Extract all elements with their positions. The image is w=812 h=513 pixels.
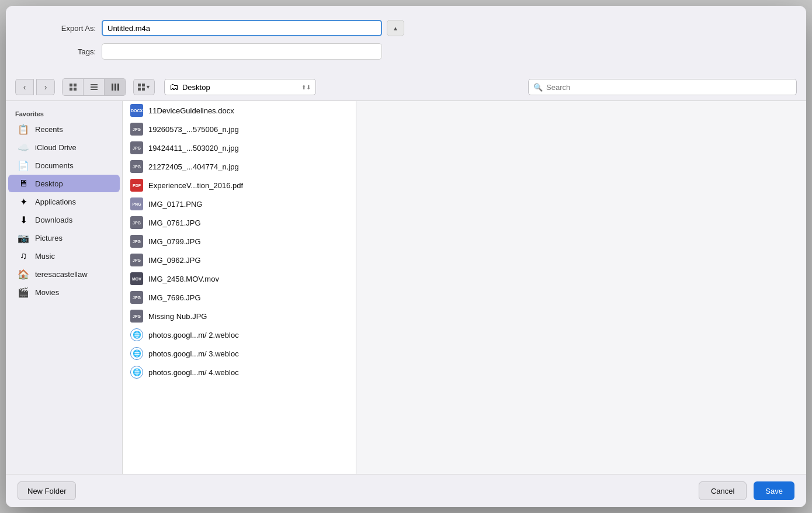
sidebar-items: 📋Recents☁️iCloud Drive📄Documents🖥Desktop… — [6, 120, 122, 301]
view-list-button[interactable] — [84, 79, 105, 95]
file-thumb: JPG — [130, 122, 144, 136]
file-name: 19260573_...575006_n.jpg — [148, 125, 239, 134]
export-as-row: Export As: ▲ — [20, 20, 792, 36]
file-name: photos.googl...m/ 4.webloc — [148, 368, 239, 377]
export-as-input[interactable] — [102, 20, 382, 36]
collapse-button[interactable]: ▲ — [387, 20, 404, 36]
cancel-button[interactable]: Cancel — [699, 481, 747, 500]
location-dropdown[interactable]: 🗂 Desktop ⬆⬇ — [164, 79, 316, 95]
desktop-icon: 🖥 — [18, 178, 29, 189]
sidebar-item-label-music: Music — [35, 252, 55, 261]
file-name: Missing Nub.JPG — [148, 312, 207, 321]
file-item[interactable]: JPGIMG_0962.JPG — [123, 251, 356, 269]
pictures-icon: 📷 — [18, 232, 29, 244]
file-item[interactable]: JPG19424411_...503020_n.jpg — [123, 138, 356, 157]
file-thumb: 🌐 — [130, 346, 144, 361]
file-name: 21272405_...404774_n.jpg — [148, 162, 239, 171]
sidebar-item-documents[interactable]: 📄Documents — [8, 157, 120, 174]
tags-label: Tags: — [20, 47, 96, 56]
file-item[interactable]: 🌐photos.googl...m/ 2.webloc — [123, 325, 356, 344]
forward-button[interactable]: › — [36, 79, 55, 95]
bottom-bar: New Folder Cancel Save — [6, 474, 806, 507]
file-thumb: 🌐 — [130, 365, 144, 379]
sidebar: Favorites 📋Recents☁️iCloud Drive📄Documen… — [6, 101, 123, 474]
file-item[interactable]: JPGIMG_7696.JPG — [123, 288, 356, 307]
file-item[interactable]: PDFExperienceV...tion_2016.pdf — [123, 176, 356, 195]
file-item[interactable]: PNGIMG_0171.PNG — [123, 195, 356, 213]
view-icon-button[interactable] — [63, 79, 84, 95]
svg-rect-13 — [142, 88, 145, 91]
view-dropdown[interactable]: ▼ — [133, 79, 155, 95]
sidebar-item-recents[interactable]: 📋Recents — [8, 120, 120, 138]
toolbar: ‹ › ▼ 🗂 Desktop ⬆⬇ 🔍 — [6, 74, 806, 101]
file-name: IMG_0962.JPG — [148, 256, 201, 265]
file-name: IMG_0799.JPG — [148, 237, 201, 246]
sidebar-item-desktop[interactable]: 🖥Desktop — [8, 175, 120, 192]
sidebar-section-label: Favorites — [6, 106, 122, 120]
file-thumb: JPG — [130, 234, 144, 248]
file-item[interactable]: JPGMissing Nub.JPG — [123, 307, 356, 325]
file-thumb: 🌐 — [130, 328, 144, 342]
file-item[interactable]: DOCX11DeviceGuidelines.docx — [123, 101, 356, 120]
sidebar-item-label-movies: Movies — [35, 288, 59, 297]
teresacastellaw-icon: 🏠 — [18, 268, 29, 280]
tags-row: Tags: — [20, 43, 792, 60]
file-item[interactable]: MOVIMG_2458.MOV.mov — [123, 269, 356, 288]
file-thumb: DOCX — [130, 103, 144, 117]
file-item[interactable]: JPG19260573_...575006_n.jpg — [123, 120, 356, 138]
file-thumb: PDF — [130, 178, 144, 192]
file-thumb: JPG — [130, 290, 144, 304]
save-button[interactable]: Save — [754, 481, 794, 500]
file-item[interactable]: 🌐photos.googl...m/ 3.webloc — [123, 344, 356, 363]
sidebar-item-downloads[interactable]: ⬇Downloads — [8, 211, 120, 228]
tags-input[interactable] — [102, 43, 382, 60]
file-thumb: JPG — [130, 141, 144, 155]
view-columns-button[interactable] — [105, 79, 126, 95]
file-thumb: JPG — [130, 160, 144, 174]
file-thumb: PNG — [130, 197, 144, 211]
location-folder-icon: 🗂 — [169, 82, 179, 92]
music-icon: ♫ — [18, 250, 29, 262]
file-item[interactable]: JPGIMG_0761.JPG — [123, 213, 356, 232]
file-thumb: MOV — [130, 272, 144, 286]
action-buttons: Cancel Save — [699, 481, 794, 500]
svg-rect-8 — [114, 84, 116, 91]
save-dialog: Export As: ▲ Tags: ‹ › ▼ — [6, 6, 806, 507]
sidebar-item-label-applications: Applications — [35, 197, 76, 206]
search-box: 🔍 — [528, 79, 797, 95]
back-button[interactable]: ‹ — [15, 79, 34, 95]
sidebar-item-icloud[interactable]: ☁️iCloud Drive — [8, 138, 120, 156]
movies-icon: 🎬 — [18, 286, 29, 298]
sidebar-item-teresacastellaw[interactable]: 🏠teresacastellaw — [8, 265, 120, 283]
new-folder-button[interactable]: New Folder — [18, 481, 76, 500]
file-name: IMG_0761.JPG — [148, 219, 201, 227]
file-name: IMG_7696.JPG — [148, 293, 201, 302]
svg-rect-12 — [138, 88, 141, 91]
sidebar-item-movies[interactable]: 🎬Movies — [8, 283, 120, 301]
file-area: DOCX11DeviceGuidelines.docxJPG19260573_.… — [123, 101, 806, 474]
svg-rect-1 — [74, 84, 77, 86]
sidebar-item-pictures[interactable]: 📷Pictures — [8, 229, 120, 247]
file-item[interactable]: JPG21272405_...404774_n.jpg — [123, 157, 356, 176]
file-item[interactable]: 🌐photos.googl...m/ 4.webloc — [123, 363, 356, 382]
file-name: 11DeviceGuidelines.docx — [148, 106, 234, 115]
svg-rect-7 — [112, 84, 113, 91]
svg-rect-9 — [117, 84, 119, 91]
file-thumb: JPG — [130, 253, 144, 267]
sidebar-item-label-documents: Documents — [35, 161, 74, 170]
sidebar-item-applications[interactable]: ✦Applications — [8, 193, 120, 210]
file-name: IMG_0171.PNG — [148, 200, 203, 209]
sidebar-item-music[interactable]: ♫Music — [8, 247, 120, 265]
documents-icon: 📄 — [18, 160, 29, 171]
search-input[interactable] — [546, 83, 792, 92]
file-item[interactable]: JPGIMG_0799.JPG — [123, 232, 356, 251]
file-name: IMG_2458.MOV.mov — [148, 275, 219, 283]
file-name: photos.googl...m/ 3.webloc — [148, 349, 239, 358]
header-section: Export As: ▲ Tags: — [6, 6, 806, 74]
svg-rect-4 — [91, 84, 98, 85]
file-list: DOCX11DeviceGuidelines.docxJPG19260573_.… — [123, 101, 356, 474]
svg-rect-11 — [142, 84, 145, 86]
recents-icon: 📋 — [18, 123, 29, 135]
svg-rect-10 — [138, 84, 141, 86]
location-label: Desktop — [182, 83, 298, 92]
